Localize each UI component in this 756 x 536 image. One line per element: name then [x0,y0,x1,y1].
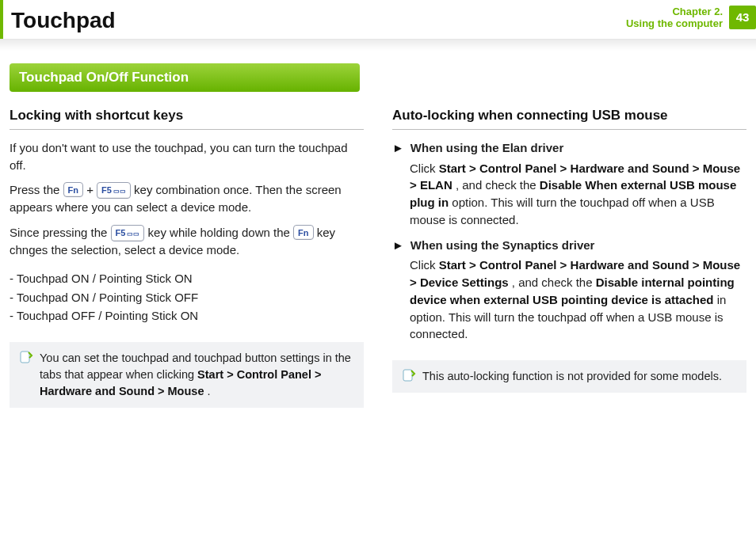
page-header: Touchpad Chapter 2. Using the computer 4… [0,0,756,39]
right-subheading: Auto-locking when connecting USB mouse [392,106,746,130]
mode-item: - Touchpad OFF / Pointing Stick ON [10,307,364,325]
driver-item-synaptics: ► When using the Synaptics driver [392,237,746,254]
text: Since pressing the [10,226,111,239]
svg-rect-1 [403,370,412,381]
chapter-line-1: Chapter 2. [626,6,723,18]
chapter-label: Chapter 2. Using the computer [626,5,723,30]
fn-key-icon: Fn [63,182,83,197]
mode-item: - Touchpad ON / Pointing Stick OFF [10,289,364,306]
text: , and check the [456,178,540,192]
text: , and check the [512,276,596,289]
driver-item-elan: ► When using the Elan driver [392,139,746,157]
note-icon [402,368,416,385]
page-title: Touchpad [11,5,116,37]
note-text: This auto-locking function is not provid… [422,368,722,385]
f5-key-icon: F5▭▭ [97,182,131,199]
left-paragraph-2: Press the Fn + F5▭▭ key combination once… [10,181,364,216]
text: + [86,183,97,196]
note-icon [19,350,33,400]
mode-item: - Touchpad ON / Pointing Stick ON [10,270,364,287]
text: Click [410,258,439,272]
header-right: Chapter 2. Using the computer 43 [626,5,756,30]
chapter-line-2: Using the computer [626,18,723,30]
text: Press the [10,183,63,196]
left-subheading: Locking with shortcut keys [10,106,364,130]
left-note-box: You can set the touchpad and touchpad bu… [10,342,364,408]
triangle-icon: ► [392,237,404,254]
driver-body-synaptics: Click Start > Control Panel > Hardware a… [410,257,746,343]
left-column: Locking with shortcut keys If you don't … [10,106,364,408]
f5-label: F5 [101,185,112,195]
f5-label: F5 [116,228,126,238]
right-note-box: This auto-locking function is not provid… [392,360,746,393]
left-paragraph-1: If you don't want to use the touchpad, y… [10,139,364,174]
f5-key-icon: F5▭▭ [111,225,145,241]
text: option. This will turn the touchpad off … [410,196,715,226]
text: key while holding down the [148,226,293,239]
svg-rect-0 [21,352,29,363]
driver-title: When using the Elan driver [410,139,563,157]
text: . [208,385,211,397]
f5-sub-icon: ▭▭ [127,230,139,238]
mode-list: - Touchpad ON / Pointing Stick ON - Touc… [10,270,364,325]
f5-sub-icon: ▭▭ [113,188,126,195]
fn-key-icon: Fn [293,225,313,240]
header-divider [0,39,756,51]
content-columns: Locking with shortcut keys If you don't … [10,106,746,408]
driver-body-elan: Click Start > Control Panel > Hardware a… [410,160,746,229]
right-column: Auto-locking when connecting USB mouse ►… [392,106,746,408]
page-number: 43 [729,6,756,29]
section-title-bar: Touchpad On/Off Function [10,63,360,93]
driver-title: When using the Synaptics driver [410,237,595,254]
note-text: You can set the touchpad and touchpad bu… [40,350,354,400]
left-paragraph-3: Since pressing the F5▭▭ key while holdin… [10,224,364,259]
page: Touchpad Chapter 2. Using the computer 4… [0,0,756,417]
triangle-icon: ► [392,139,404,157]
text: Click [410,162,439,175]
